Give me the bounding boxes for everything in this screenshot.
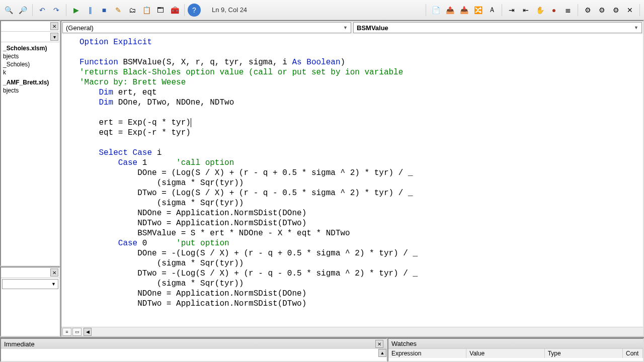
procedure-view-icon[interactable]: ≡ bbox=[62, 328, 71, 336]
tree-item[interactable]: k bbox=[1, 68, 59, 76]
watch-col-type[interactable]: Type bbox=[545, 349, 623, 358]
tree-item[interactable]: _AMF_Brett.xls) bbox=[1, 78, 59, 86]
toolbar-separator bbox=[184, 4, 185, 16]
procedure-dropdown-value: BSMValue bbox=[357, 24, 388, 32]
immediate-window: Immediate ✕ ▲ bbox=[0, 338, 387, 362]
edit-tool-2-icon[interactable]: 📤 bbox=[443, 4, 456, 17]
chevron-down-icon: ▼ bbox=[343, 25, 348, 30]
toolbar-separator bbox=[639, 4, 640, 16]
design-mode-icon[interactable]: ✎ bbox=[112, 4, 125, 17]
tree-item[interactable]: _Scholes) bbox=[1, 60, 59, 68]
indent-icon[interactable]: ⇥ bbox=[505, 4, 518, 17]
edit-tool-1-icon[interactable]: 📄 bbox=[429, 4, 442, 17]
close-icon[interactable]: ✕ bbox=[50, 268, 58, 277]
hand-icon[interactable]: ✋ bbox=[533, 4, 546, 17]
horizontal-scrollbar[interactable]: ≡ ▭ ◀ bbox=[61, 327, 643, 336]
toolbar-separator bbox=[66, 4, 66, 16]
watches-header-row: Expression Value Type Cont bbox=[388, 348, 643, 358]
properties-pane: ✕ ▼ bbox=[0, 266, 60, 337]
findnext-icon[interactable]: 🔎 bbox=[16, 4, 29, 17]
scroll-left-icon[interactable]: ◀ bbox=[84, 328, 92, 336]
edit-tool-4-icon[interactable]: 🔀 bbox=[471, 4, 485, 17]
tree-item[interactable]: bjects bbox=[1, 52, 59, 60]
code-editor[interactable]: Option Explicit Function BSMValue(S, X, … bbox=[61, 34, 643, 327]
toggle-folders-icon[interactable]: ▾ bbox=[50, 33, 58, 41]
properties-object-dropdown[interactable]: ▼ bbox=[2, 279, 58, 289]
project-tree[interactable]: _Scholes.xlsm) bjects _Scholes) k _AMF_B… bbox=[1, 42, 59, 265]
toolbar-separator bbox=[32, 4, 33, 16]
chevron-down-icon: ▼ bbox=[634, 25, 638, 30]
close-icon[interactable]: ✕ bbox=[375, 340, 383, 348]
procedure-dropdown[interactable]: BSMValue ▼ bbox=[353, 22, 642, 33]
immediate-input[interactable]: ▲ bbox=[1, 349, 386, 361]
breakpoint-icon[interactable]: ● bbox=[547, 4, 560, 17]
watch-col-value[interactable]: Value bbox=[466, 349, 544, 358]
object-dropdown[interactable]: (General) ▼ bbox=[62, 22, 351, 33]
undo-icon[interactable]: ↶ bbox=[36, 4, 49, 17]
scroll-up-icon[interactable]: ▲ bbox=[378, 349, 386, 357]
bookmark-3-icon[interactable]: ⚙ bbox=[609, 4, 622, 17]
watch-col-context[interactable]: Cont bbox=[623, 349, 643, 358]
redo-icon[interactable]: ↷ bbox=[50, 4, 63, 17]
tree-item[interactable]: _Scholes.xlsm) bbox=[1, 44, 59, 52]
tree-item[interactable]: bjects bbox=[1, 86, 59, 95]
find-icon[interactable]: 🔍 bbox=[2, 4, 15, 17]
edit-tool-5-icon[interactable]: Ａ bbox=[486, 4, 499, 17]
help-icon[interactable]: ? bbox=[188, 4, 201, 17]
properties-icon[interactable]: 📋 bbox=[140, 4, 153, 17]
toolbox-icon[interactable]: 🧰 bbox=[168, 4, 181, 17]
bookmark-1-icon[interactable]: ⚙ bbox=[581, 4, 594, 17]
bookmark-2-icon[interactable]: ⚙ bbox=[595, 4, 608, 17]
toolbar-separator bbox=[578, 4, 578, 16]
watches-window: Watches Expression Value Type Cont bbox=[387, 338, 644, 362]
object-dropdown-value: (General) bbox=[66, 24, 94, 32]
immediate-title: Immediate bbox=[4, 340, 35, 348]
stop-icon[interactable]: ■ bbox=[98, 4, 111, 17]
bookmark-clear-icon[interactable]: ✕ bbox=[623, 4, 636, 17]
toolbar-separator bbox=[426, 4, 426, 16]
main-toolbar: 🔍 🔎 ↶ ↷ ▶ ‖ ■ ✎ 🗂 📋 🗔 🧰 ? Ln 9, Col 24 📄… bbox=[0, 0, 644, 20]
comment-icon[interactable]: ≣ bbox=[561, 4, 575, 17]
close-icon[interactable]: ✕ bbox=[50, 22, 58, 30]
object-browser-icon[interactable]: 🗔 bbox=[154, 4, 167, 17]
toolbar-separator bbox=[502, 4, 502, 16]
project-explorer: ✕ ▾ _Scholes.xlsm) bjects _Scholes) k _A… bbox=[0, 20, 60, 266]
run-icon[interactable]: ▶ bbox=[69, 4, 83, 17]
outdent-icon[interactable]: ⇤ bbox=[519, 4, 532, 17]
break-icon[interactable]: ‖ bbox=[84, 4, 97, 17]
watches-title: Watches bbox=[391, 340, 417, 347]
watch-col-expression[interactable]: Expression bbox=[388, 349, 466, 358]
edit-tool-3-icon[interactable]: 📥 bbox=[457, 4, 470, 17]
full-module-view-icon[interactable]: ▭ bbox=[72, 328, 82, 336]
project-explorer-icon[interactable]: 🗂 bbox=[126, 4, 139, 17]
cursor-position-label: Ln 9, Col 24 bbox=[208, 6, 251, 14]
code-window: (General) ▼ BSMValue ▼ Option Explicit F… bbox=[60, 20, 644, 337]
